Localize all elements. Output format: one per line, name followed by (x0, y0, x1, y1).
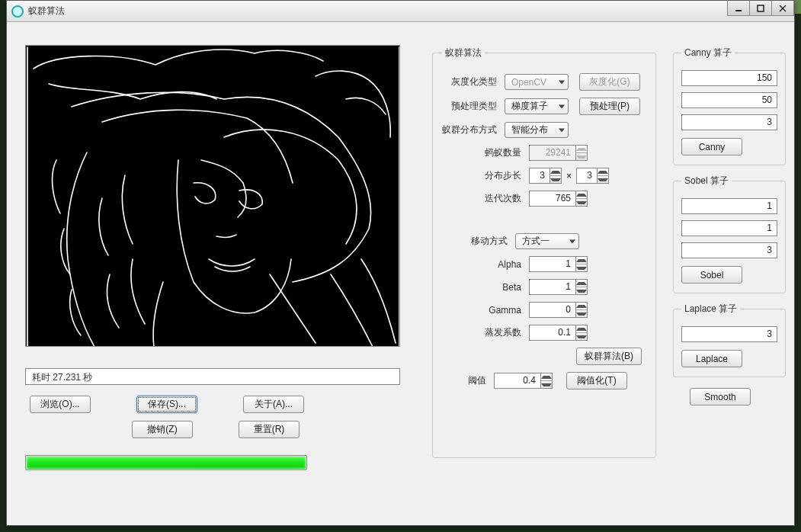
alpha-spin[interactable] (576, 256, 588, 272)
about-button[interactable]: 关于(A)... (243, 396, 304, 413)
sobel-field-1[interactable]: 1 (681, 198, 777, 214)
close-button[interactable] (771, 1, 794, 16)
iter-spin[interactable] (576, 191, 588, 207)
ant-count-spin (576, 145, 588, 161)
canny-field-1[interactable]: 150 (681, 70, 777, 86)
gray-type-label: 灰度化类型 (442, 75, 497, 88)
canny-legend: Canny 算子 (681, 46, 735, 59)
pre-button[interactable]: 预处理(P) (579, 98, 640, 115)
ant-group-legend: 蚁群算法 (442, 46, 485, 59)
thresh-field[interactable]: 0.4 (494, 373, 541, 389)
dist-combo[interactable]: 智能分布 (505, 122, 569, 138)
pre-type-label: 预处理类型 (442, 100, 497, 113)
move-label: 移动方式 (466, 235, 508, 248)
app-icon (11, 5, 24, 18)
gray-button[interactable]: 灰度化(G) (579, 73, 640, 91)
main-window: 蚁群算法 (6, 0, 795, 526)
laplace-group: Laplace 算子 3 Laplace (673, 303, 786, 377)
pre-type-combo[interactable]: 梯度算子 (505, 98, 569, 114)
thresh-button[interactable]: 阈值化(T) (566, 372, 627, 389)
evap-field[interactable]: 0.1 (529, 325, 576, 341)
canny-field-3[interactable]: 3 (681, 114, 777, 130)
evap-spin[interactable] (576, 325, 588, 341)
step-x-spin[interactable] (550, 168, 562, 184)
sobel-legend: Sobel 算子 (681, 175, 732, 187)
step-label: 分布步长 (480, 169, 521, 182)
run-ant-button[interactable]: 蚁群算法(B) (576, 348, 642, 365)
gamma-field[interactable]: 0 (529, 302, 576, 318)
laplace-button[interactable]: Laplace (681, 350, 742, 367)
canny-group: Canny 算子 150 50 3 Canny (673, 46, 786, 165)
svg-rect-1 (758, 5, 764, 11)
ant-group: 蚁群算法 灰度化类型 OpenCV 灰度化(G) 预处理类型 梯度算子 预处理(… (432, 46, 656, 458)
canny-field-2[interactable]: 50 (681, 92, 777, 108)
maximize-button[interactable] (749, 1, 772, 16)
step-y-field[interactable]: 3 (576, 168, 598, 184)
iter-field[interactable]: 765 (529, 191, 576, 207)
sobel-field-3[interactable]: 3 (681, 242, 777, 258)
canny-button[interactable]: Canny (681, 138, 742, 155)
dist-label: 蚁群分布方式 (442, 123, 497, 136)
evap-label: 蒸发系数 (480, 326, 521, 339)
status-text: 耗时 27.231 秒 (25, 368, 400, 385)
laplace-legend: Laplace 算子 (681, 303, 740, 316)
browse-button[interactable]: 浏览(O)... (30, 396, 91, 413)
step-y-spin[interactable] (598, 168, 609, 184)
beta-spin[interactable] (576, 279, 588, 295)
titlebar[interactable]: 蚁群算法 (7, 1, 794, 22)
progress-bar (25, 455, 307, 470)
laplace-field-1[interactable]: 3 (681, 326, 777, 342)
window-title: 蚁群算法 (28, 5, 65, 18)
step-x-field[interactable]: 3 (529, 168, 550, 184)
sobel-button[interactable]: Sobel (681, 266, 742, 284)
gray-type-combo[interactable]: OpenCV (505, 74, 569, 90)
gamma-spin[interactable] (576, 302, 588, 318)
ant-count-label: 蚂蚁数量 (480, 146, 521, 159)
iter-label: 迭代次数 (480, 192, 521, 205)
thresh-label: 阈值 (459, 374, 486, 387)
minimize-button[interactable] (727, 1, 750, 16)
beta-label: Beta (480, 282, 521, 293)
alpha-field[interactable]: 1 (529, 256, 576, 272)
sobel-group: Sobel 算子 1 1 3 Sobel (673, 175, 786, 293)
smooth-button[interactable]: Smooth (690, 388, 751, 405)
thresh-spin[interactable] (541, 373, 553, 389)
save-button[interactable]: 保存(S)... (136, 396, 197, 413)
ant-count-field: 29241 (529, 145, 576, 161)
undo-button[interactable]: 撤销(Z) (132, 421, 193, 438)
gamma-label: Gamma (480, 305, 521, 316)
sobel-field-2[interactable]: 1 (681, 220, 777, 236)
reset-button[interactable]: 重置(R) (239, 421, 300, 438)
alpha-label: Alpha (480, 259, 521, 270)
svg-rect-0 (735, 10, 742, 11)
output-image (25, 45, 400, 347)
move-combo[interactable]: 方式一 (515, 233, 579, 249)
beta-field[interactable]: 1 (529, 279, 576, 295)
